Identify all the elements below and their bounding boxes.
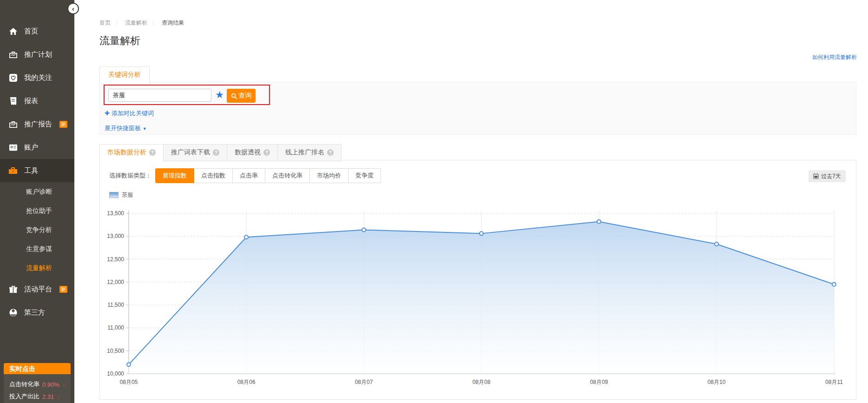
sidebar-item-label: 账户 (24, 143, 38, 152)
y-tick-label: 10,500 (107, 348, 124, 354)
sidebar-collapse-icon[interactable]: ‹ (67, 3, 79, 14)
sidebar-item-label: 抢位助手 (26, 207, 52, 215)
sidebar-item-活动平台[interactable]: 活动平台新 (0, 277, 74, 301)
sidebar-item-报表[interactable]: 报表 (0, 89, 74, 112)
sidebar-item-账户[interactable]: 账户 (0, 136, 74, 159)
up-arrow-icon: ↑ (57, 393, 60, 400)
data-type-竞争度[interactable]: 竞争度 (349, 168, 381, 183)
chevron-down-icon: ▼ (143, 126, 147, 131)
sidebar-item-label: 账户诊断 (26, 188, 52, 196)
question-mark-icon[interactable]: ? (149, 149, 156, 156)
breadcrumb-item[interactable]: 首页 (99, 19, 111, 27)
data-point-marker (597, 220, 601, 224)
sidebar-item-label: 第三方 (24, 308, 45, 317)
data-point-marker (244, 235, 248, 239)
breadcrumb-item: 查询结果 (162, 19, 184, 27)
tools-icon (8, 166, 18, 175)
add-compare-label: 添加对比关键词 (112, 110, 154, 117)
data-type-点击率[interactable]: 点击率 (233, 168, 265, 183)
expand-quick-panel-link[interactable]: 展开快捷面板 ▼ (105, 124, 147, 132)
y-tick-label: 12,500 (107, 256, 124, 263)
sidebar-item-工具[interactable]: 工具 (0, 159, 74, 182)
series-area (129, 222, 834, 374)
main-content: 首页〉流量解析〉查询结果 流量解析 如何利用流量解析 关键词分析 ★ 查询 ✚添… (74, 0, 868, 403)
x-tick-label: 08月06 (237, 379, 256, 385)
third-party-icon (8, 308, 18, 317)
y-tick-label: 12,000 (107, 279, 124, 285)
analysis-tabs: 市场数据分析?推广词表下载?数据透视?线上推广排名? (99, 144, 342, 161)
realtime-metric-row: 点击转化率0.90%↑ (9, 378, 65, 390)
date-range-label: 过去7天 (821, 172, 841, 180)
metric-value: 0.90% (42, 381, 59, 388)
tab-线上推广排名[interactable]: 线上推广排名? (278, 144, 342, 161)
home-icon (8, 26, 18, 36)
favorite-star-icon[interactable]: ★ (215, 89, 224, 100)
realtime-header[interactable]: 实时点击 (4, 363, 71, 374)
metric-value: 2.31 (42, 393, 54, 400)
new-badge: 新 (59, 121, 67, 128)
sidebar-item-label: 生意参谋 (26, 245, 52, 253)
sidebar-item-抢位助手[interactable]: 抢位助手 (0, 201, 74, 220)
data-type-label: 选择数据类型： (109, 172, 151, 180)
realtime-metric-row: 投入产出比2.31↑ (9, 390, 65, 403)
sidebar-item-第三方[interactable]: 第三方 (0, 301, 74, 324)
sidebar-item-label: 推广报告 (24, 120, 52, 129)
tab-label: 市场数据分析 (107, 148, 146, 157)
x-tick-label: 08月08 (473, 379, 491, 385)
y-tick-label: 11,000 (107, 324, 124, 331)
report-icon (8, 96, 18, 106)
y-tick-label: 13,000 (107, 233, 124, 239)
date-range-button[interactable]: 过去7天 (809, 170, 846, 182)
legend-swatch (109, 192, 118, 198)
breadcrumb-separator: 〉 (115, 20, 120, 26)
sidebar-item-推广计划[interactable]: 推广计划 (0, 43, 74, 66)
sidebar-item-生意参谋[interactable]: 生意参谋 (0, 239, 74, 258)
realtime-click-panel: 实时点击 点击转化率0.90%↑投入产出比2.31↑ (4, 363, 71, 403)
search-highlight-box: ★ 查询 (104, 85, 270, 105)
y-tick-label: 13,500 (107, 210, 124, 217)
question-mark-icon[interactable]: ? (263, 149, 270, 156)
question-mark-icon[interactable]: ? (213, 149, 219, 156)
x-tick-label: 08月05 (120, 379, 138, 385)
data-type-市场均价[interactable]: 市场均价 (310, 168, 349, 183)
sidebar-item-我的关注[interactable]: 我的关注 (0, 66, 74, 89)
sidebar-item-label: 报表 (24, 97, 38, 106)
page-title: 流量解析 (99, 34, 140, 48)
sidebar-item-label: 竞争分析 (26, 226, 52, 234)
data-type-row: 选择数据类型： 展现指数点击指数点击率点击转化率市场均价竞争度 (109, 168, 381, 183)
data-point-marker (715, 242, 718, 246)
x-tick-label: 08月11 (825, 379, 843, 385)
sidebar-item-竞争分析[interactable]: 竞争分析 (0, 220, 74, 239)
sidebar-item-推广报告[interactable]: 推广报告新 (0, 112, 74, 136)
sidebar-item-label: 活动平台 (24, 285, 52, 294)
tab-label: 推广词表下载 (171, 148, 210, 157)
data-type-点击指数[interactable]: 点击指数 (194, 168, 233, 183)
tab-市场数据分析[interactable]: 市场数据分析? (99, 144, 164, 161)
traffic-line-chart: 10,00010,50011,00011,50012,00012,50013,0… (100, 207, 855, 402)
keyword-input[interactable] (108, 89, 211, 102)
sidebar-item-流量解析[interactable]: 流量解析 (0, 258, 74, 277)
question-mark-icon[interactable]: ? (327, 149, 334, 156)
search-icon (231, 93, 237, 99)
sidebar-item-label: 首页 (24, 27, 38, 36)
sidebar-item-首页[interactable]: 首页 (0, 20, 74, 43)
data-point-marker (127, 363, 131, 366)
data-type-点击转化率[interactable]: 点击转化率 (265, 168, 310, 183)
chart-svg: 10,00010,50011,00011,50012,00012,50013,0… (100, 207, 855, 400)
tab-keyword-analysis[interactable]: 关键词分析 (99, 66, 150, 84)
sidebar: ‹ 首页推广计划我的关注报表推广报告新账户工具账户诊断抢位助手竞争分析生意参谋流… (0, 0, 74, 403)
metric-label: 投入产出比 (9, 392, 39, 401)
data-point-marker (832, 283, 836, 286)
sidebar-item-账户诊断[interactable]: 账户诊断 (0, 182, 74, 201)
help-link[interactable]: 如何利用流量解析 (812, 53, 857, 61)
tab-推广词表下载[interactable]: 推广词表下载? (164, 144, 227, 161)
add-compare-keyword-link[interactable]: ✚添加对比关键词 (105, 109, 154, 118)
sidebar-item-label: 流量解析 (26, 264, 52, 272)
breadcrumb-item[interactable]: 流量解析 (125, 19, 147, 27)
sidebar-item-label: 我的关注 (24, 73, 52, 82)
realtime-rows: 点击转化率0.90%↑投入产出比2.31↑ (4, 374, 71, 403)
data-type-展现指数[interactable]: 展现指数 (155, 168, 194, 183)
tab-数据透视[interactable]: 数据透视? (227, 144, 278, 161)
query-button[interactable]: 查询 (227, 89, 256, 103)
breadcrumb-separator: 〉 (152, 20, 157, 26)
